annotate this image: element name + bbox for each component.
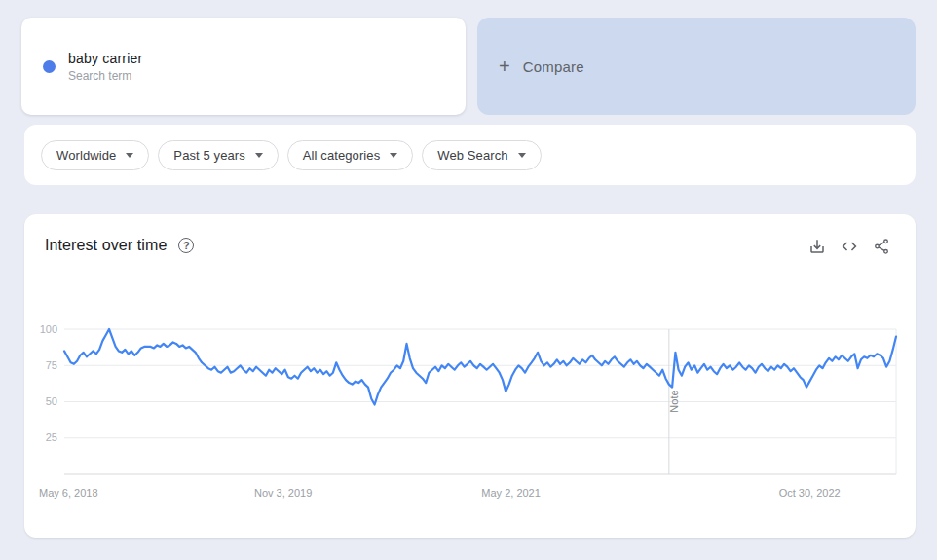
chart-toolbar — [808, 238, 890, 255]
chevron-down-icon — [390, 153, 397, 158]
time-filter-label: Past 5 years — [173, 148, 244, 163]
search-term-type: Search term — [68, 69, 142, 83]
embed-icon[interactable] — [841, 238, 858, 255]
x-axis-tick-label: May 2, 2021 — [481, 487, 541, 499]
chevron-down-icon — [255, 153, 263, 158]
chevron-down-icon — [518, 153, 526, 158]
search-term-text: baby carrier Search term — [68, 51, 142, 83]
trend-line-chart[interactable]: 100755025May 6, 2018Nov 3, 2019May 2, 20… — [24, 214, 916, 538]
time-filter-dropdown[interactable]: Past 5 years — [158, 140, 278, 170]
plus-icon: + — [499, 56, 510, 78]
chevron-down-icon — [126, 153, 133, 158]
x-axis-tick-label: Oct 30, 2022 — [779, 487, 841, 499]
search-term-card[interactable]: baby carrier Search term — [21, 18, 466, 115]
geo-filter-dropdown[interactable]: Worldwide — [41, 140, 149, 170]
search-term-label: baby carrier — [68, 51, 142, 66]
category-filter-label: All categories — [303, 148, 380, 163]
y-axis-tick-label: 50 — [46, 395, 57, 407]
filter-bar: Worldwide Past 5 years All categories We… — [24, 125, 916, 185]
note-label[interactable]: Note — [668, 390, 680, 412]
searchtype-filter-dropdown[interactable]: Web Search — [422, 140, 541, 170]
category-filter-dropdown[interactable]: All categories — [287, 140, 413, 170]
y-axis-tick-label: 75 — [46, 359, 57, 371]
searchtype-filter-label: Web Search — [437, 148, 507, 163]
series-color-dot — [43, 60, 56, 73]
trend-series-line — [64, 329, 896, 405]
geo-filter-label: Worldwide — [56, 148, 116, 163]
chart-header: Interest over time ? — [45, 237, 194, 254]
share-icon[interactable] — [873, 238, 890, 255]
add-comparison-card[interactable]: + Compare — [477, 18, 916, 115]
download-icon[interactable] — [808, 238, 826, 255]
help-icon[interactable]: ? — [178, 238, 194, 253]
x-axis-tick-label: Nov 3, 2019 — [254, 487, 312, 499]
y-axis-tick-label: 25 — [46, 431, 57, 443]
chart-title: Interest over time — [45, 237, 167, 254]
y-axis-tick-label: 100 — [40, 323, 57, 335]
google-trends-explore-page: baby carrier Search term + Compare World… — [0, 0, 937, 560]
interest-over-time-card: 100755025May 6, 2018Nov 3, 2019May 2, 20… — [24, 214, 916, 538]
x-axis-tick-label: May 6, 2018 — [39, 487, 98, 499]
compare-label: Compare — [523, 58, 584, 75]
